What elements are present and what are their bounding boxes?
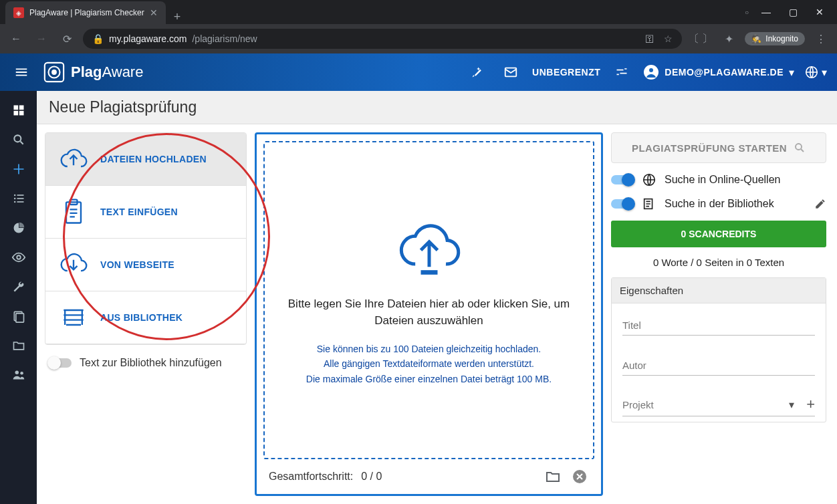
properties-panel: Eigenschaften Projekt ▾ + <box>611 277 826 422</box>
svg-point-5 <box>649 68 653 72</box>
option-online-sources: Suche in Online-Quellen <box>611 172 826 187</box>
logo-text-b: Aware <box>102 64 143 80</box>
logo[interactable]: PlagAware <box>43 61 143 84</box>
unlimited-label: UNBEGRENZT <box>532 67 600 78</box>
url-path: /plagiarism/new <box>192 33 257 44</box>
browser-tab[interactable]: ◈ PlagAware | Plagiarism Checker ✕ <box>5 1 166 24</box>
svg-rect-7 <box>13 106 18 110</box>
method-label: TEXT EINFÜGEN <box>100 207 178 217</box>
folder-open-icon[interactable] <box>544 467 562 486</box>
mail-icon[interactable] <box>499 60 523 84</box>
download-cloud-icon <box>59 250 88 279</box>
svg-rect-9 <box>13 111 18 116</box>
rail-library-icon[interactable] <box>5 305 32 328</box>
start-label: PLAGIATSPRÜFUNG STARTEN <box>632 142 787 154</box>
reload-button[interactable]: ⟳ <box>57 29 76 48</box>
rail-users-icon[interactable] <box>5 364 32 386</box>
title-field[interactable] <box>622 316 815 336</box>
language-menu[interactable]: ▾ <box>804 60 828 84</box>
method-label: AUS BIBLIOTHEK <box>100 312 183 323</box>
rail-search-icon[interactable] <box>5 128 32 151</box>
extensions-icon[interactable]: ✦ <box>719 29 738 48</box>
logo-text-a: Plag <box>71 64 102 80</box>
logo-icon <box>43 61 66 84</box>
url-field[interactable]: 🔒 my.plagaware.com/plagiarism/new ⚿ ☆ <box>83 29 682 49</box>
progress-value: 0 / 0 <box>361 471 382 483</box>
svg-rect-17 <box>17 201 23 203</box>
page-title: Neue Plagiatsprüfung <box>37 91 837 124</box>
menu-icon[interactable] <box>9 60 33 84</box>
svg-point-26 <box>796 144 802 150</box>
tune-icon[interactable] <box>610 60 634 84</box>
method-upload[interactable]: DATEIEN HOCHLADEN <box>45 133 246 186</box>
dropzone-info-1: Sie können bis zu 100 Dateien gleichzeit… <box>306 342 552 356</box>
minimize-button[interactable]: — <box>757 3 775 21</box>
app-body: Neue Plagiatsprüfung DATEIEN HOCHLADEN <box>0 91 837 504</box>
rail-list-icon[interactable] <box>5 187 32 210</box>
dropzone-info-3: Die maximale Größe einer einzelnen Datei… <box>306 372 552 386</box>
method-website[interactable]: VON WEBSEITE <box>45 239 246 291</box>
toggle-library[interactable] <box>611 199 634 209</box>
library-icon <box>642 197 656 211</box>
globe-icon <box>804 65 819 80</box>
wand-icon[interactable] <box>465 60 489 84</box>
browser-menu-icon[interactable]: ⋮ <box>812 29 830 48</box>
progress-label: Gesamtfortschritt: <box>269 471 353 483</box>
tab-bar: ◈ PlagAware | Plagiarism Checker ✕ + ○ —… <box>0 0 837 24</box>
rail-eye-icon[interactable] <box>5 246 32 269</box>
svg-point-18 <box>17 255 21 259</box>
rail-add-icon[interactable] <box>5 158 32 180</box>
svg-point-16 <box>13 201 15 203</box>
upload-panel: Bitte legen Sie Ihre Dateien hier ab ode… <box>255 132 603 496</box>
method-library[interactable]: AUS BIBLIOTHEK <box>45 291 246 344</box>
search-icon <box>794 142 806 154</box>
url-host: my.plagaware.com <box>109 33 187 44</box>
method-column: DATEIEN HOCHLADEN TEXT EINFÜGEN VON WEBS… <box>45 132 247 496</box>
start-check-button[interactable]: PLAGIATSPRÜFUNG STARTEN <box>611 132 826 163</box>
close-window-button[interactable]: ✕ <box>810 3 829 21</box>
forward-button[interactable]: → <box>32 29 51 48</box>
user-menu[interactable]: DEMO@PLAGAWARE.DE ▾ <box>643 64 794 80</box>
edit-icon[interactable] <box>814 198 826 210</box>
star-icon[interactable]: ☆ <box>664 33 673 44</box>
svg-point-12 <box>13 195 15 197</box>
author-field[interactable] <box>622 356 815 376</box>
method-list: DATEIEN HOCHLADEN TEXT EINFÜGEN VON WEBS… <box>45 132 247 345</box>
svg-point-14 <box>13 198 15 200</box>
svg-point-2 <box>52 70 56 74</box>
user-email: DEMO@PLAGAWARE.DE <box>665 67 784 78</box>
close-tab-icon[interactable]: ✕ <box>150 7 158 18</box>
bracket-icon[interactable]: 〔 〕 <box>689 32 713 46</box>
tab-title: PlagAware | Plagiarism Checker <box>29 8 144 17</box>
dropdown-icon[interactable]: ▾ <box>789 398 794 411</box>
cancel-icon[interactable] <box>570 467 589 486</box>
add-to-library-toggle[interactable] <box>49 358 72 368</box>
circle-icon[interactable]: ○ <box>745 9 749 16</box>
toggle-online[interactable] <box>611 175 634 184</box>
rail-pie-icon[interactable] <box>5 217 32 239</box>
svg-point-22 <box>20 372 23 375</box>
maximize-button[interactable]: ▢ <box>784 3 802 21</box>
scancredits-button[interactable]: 0 SCANCREDITS <box>611 221 826 247</box>
back-button[interactable]: ← <box>7 29 25 48</box>
avatar-icon <box>643 64 659 80</box>
columns: DATEIEN HOCHLADEN TEXT EINFÜGEN VON WEBS… <box>37 124 837 504</box>
add-project-button[interactable]: + <box>801 396 815 413</box>
address-bar: ← → ⟳ 🔒 my.plagaware.com/plagiarism/new … <box>0 24 837 53</box>
dropzone[interactable]: Bitte legen Sie Ihre Dateien hier ab ode… <box>263 141 594 459</box>
rail-dashboard-icon[interactable] <box>5 99 32 122</box>
method-label: VON WEBSEITE <box>100 259 174 270</box>
left-rail <box>0 91 37 504</box>
option-label: Suche in Online-Quellen <box>665 174 780 186</box>
key-icon[interactable]: ⚿ <box>645 33 654 44</box>
method-label: DATEIEN HOCHLADEN <box>100 154 207 164</box>
method-paste[interactable]: TEXT EINFÜGEN <box>45 186 246 239</box>
lock-icon: 🔒 <box>92 33 104 44</box>
incognito-badge[interactable]: 🕵 Inkognito <box>745 32 805 45</box>
option-library: Suche in der Bibliothek <box>611 197 826 211</box>
rail-folder-icon[interactable] <box>5 334 32 357</box>
new-tab-button[interactable]: + <box>166 10 189 24</box>
rail-wrench-icon[interactable] <box>5 275 32 298</box>
dropzone-info-2: Alle gängigen Textdateiformate werden un… <box>306 356 552 371</box>
browser-chrome: ◈ PlagAware | Plagiarism Checker ✕ + ○ —… <box>0 0 837 53</box>
